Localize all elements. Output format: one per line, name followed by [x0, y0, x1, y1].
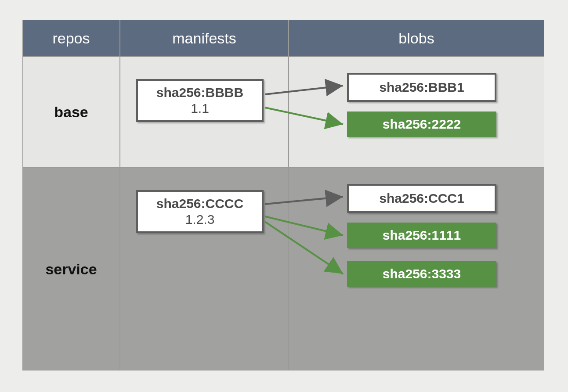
blobs-cell-base: sha256:BBB1 sha256:2222: [289, 57, 544, 168]
blob-box: sha256:2222: [347, 111, 496, 137]
header-manifests: manifests: [120, 20, 289, 57]
repo-label: base: [23, 57, 119, 167]
manifest-box: sha256:CCCC 1.2.3: [136, 190, 264, 233]
blob-box: sha256:BBB1: [347, 73, 496, 102]
blob-box: sha256:CCC1: [347, 184, 496, 213]
manifest-box: sha256:BBBB 1.1: [136, 79, 264, 122]
manifest-sha: sha256:CCCC: [146, 196, 254, 211]
repo-label: service: [23, 168, 119, 370]
repo-cell-service: service: [22, 168, 120, 370]
manifest-cell-base: sha256:BBBB 1.1: [120, 57, 289, 168]
table-row: base sha256:BBBB 1.1 sha256:BBB1 sha256:…: [22, 57, 544, 168]
header-repos: repos: [22, 20, 120, 57]
manifest-cell-service: sha256:CCCC 1.2.3: [120, 168, 289, 370]
table-row: service sha256:CCCC 1.2.3 sha256:CCC1 sh…: [22, 168, 544, 370]
manifest-tag: 1.2.3: [146, 212, 254, 227]
repo-cell-base: base: [22, 57, 120, 168]
blob-box: sha256:1111: [347, 223, 496, 248]
diagram-frame: repos manifests blobs base sha256:BBBB 1…: [22, 20, 544, 371]
header-blobs: blobs: [289, 20, 544, 57]
manifest-tag: 1.1: [146, 101, 254, 116]
blobs-cell-service: sha256:CCC1 sha256:1111 sha256:3333: [289, 168, 544, 370]
blob-box: sha256:3333: [347, 261, 496, 287]
table-header-row: repos manifests blobs: [22, 20, 544, 57]
manifest-sha: sha256:BBBB: [146, 85, 254, 100]
